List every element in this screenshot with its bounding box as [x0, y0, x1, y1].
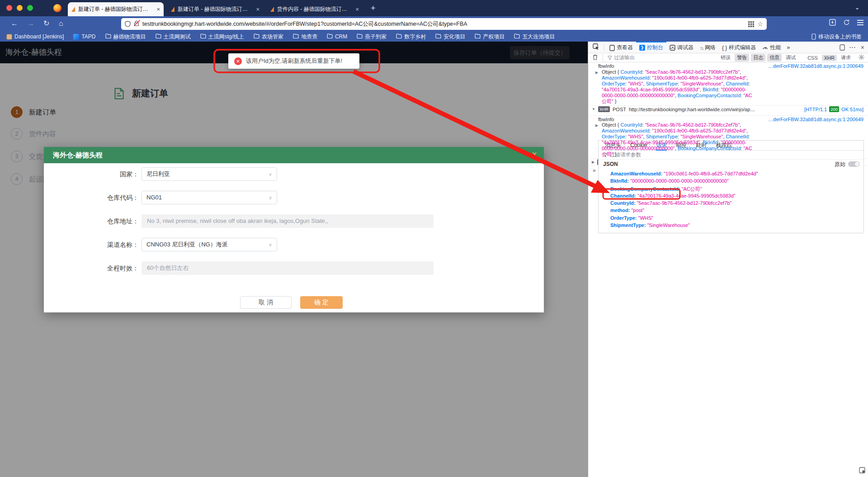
bookmark-item[interactable]: CRM [327, 33, 347, 40]
request-param-row[interactable]: ChannelId: "4a700176-49a3-4cae-9945-9990… [610, 193, 863, 200]
lock-disabled-icon[interactable] [134, 20, 139, 28]
tab-close-icon[interactable]: × [256, 6, 259, 13]
bookmark-item[interactable]: 赫德物流项目 [105, 33, 146, 41]
window-minimize-button[interactable] [17, 5, 23, 11]
folder-icon [327, 33, 333, 40]
devtools-tab-控制台[interactable]: ❯控制台 [636, 42, 666, 53]
raw-label: 原始 [835, 161, 845, 168]
log-source-link[interactable]: …derForFBW.32ab81d8.async.js:1:200649 [768, 63, 863, 69]
filter-chip-警告[interactable]: 警告 [735, 54, 749, 61]
bookmark-item[interactable]: 土流网测试 [156, 33, 191, 41]
shield-icon[interactable] [125, 21, 131, 27]
browser-tab[interactable]: 货件内容 - 赫德国际物流订舱系统× [267, 2, 363, 16]
window-close-button[interactable] [6, 5, 12, 11]
console-filter-placeholder[interactable]: 过滤输出 [614, 54, 635, 61]
request-param-row[interactable]: CountryId: "5eac7aac-9b76-4562-bd12-790b… [610, 200, 863, 208]
param-key: AmazonWarehouseId [610, 171, 660, 176]
bookmark-item[interactable]: 五大连池项目 [514, 33, 555, 41]
request-param-row[interactable]: BookingCompanyContactsId: "AC公司" [610, 186, 863, 193]
param-value: "00000000-0000-0000-0000-000000000000" [629, 178, 729, 184]
filter-chip-XHR[interactable]: XHR [822, 55, 837, 61]
tab-close-icon[interactable]: × [156, 6, 160, 13]
responsive-mode-icon[interactable] [840, 44, 845, 51]
forward-icon[interactable]: → [27, 19, 34, 28]
home-icon[interactable]: ⌂ [59, 19, 63, 28]
disabled-input: No 3, niwil premise, niwil close off oba… [142, 214, 434, 228]
filter-chip-信息[interactable]: 信息 [767, 54, 782, 61]
request-param-row[interactable]: method: "post" [610, 208, 863, 215]
filter-chip-请求[interactable]: 请求 [839, 54, 853, 61]
bookmark-item[interactable]: 安化项目 [435, 33, 465, 41]
bookmark-item[interactable]: 产权项目 [475, 33, 505, 41]
browser-tab[interactable]: 新建订单 - 赫德国际物流订舱系统× [167, 2, 263, 16]
console-settings-gear-icon[interactable] [856, 54, 868, 61]
request-param-row[interactable]: AmazonWarehouseId: "190c0d61-fe00-4fb9-a… [610, 171, 863, 178]
request-param-row-ordertype[interactable]: OrderType: "WHS" [610, 215, 863, 222]
bookmark-star-icon[interactable]: ☆ [757, 20, 763, 28]
bookmark-item[interactable]: 燕子到家 [357, 33, 387, 41]
browser-tab[interactable]: 新建订单 - 赫德国际物流订舱系统× [68, 2, 164, 16]
object-value: "190c0d61-fe00-4fb9-a625-7dd77dfd2e4d" [652, 128, 746, 133]
chevron-down-icon: ∨ [269, 238, 272, 251]
devtools-menu-icon[interactable]: ··· [849, 44, 856, 51]
form-row: 国家：尼日利亚∨ [44, 167, 544, 181]
window-zoom-button[interactable] [27, 5, 33, 11]
raw-toggle[interactable] [848, 161, 860, 167]
devtools-tab-查看器[interactable]: 查看器 [606, 42, 636, 53]
object-value: "WHS" [628, 81, 643, 86]
filter-chip-日志[interactable]: 日志 [751, 54, 765, 61]
modal-close-icon[interactable]: X [532, 151, 537, 158]
select-field[interactable]: 尼日利亚∨ [142, 167, 277, 181]
bookmark-item[interactable]: 地查查 [293, 33, 317, 41]
devtools-close-icon[interactable]: × [861, 44, 864, 51]
mobile-bookmarks-item[interactable]: 移动设备上的书签 [811, 33, 862, 41]
devtools-tab-调试器[interactable]: 调试器 [666, 42, 697, 53]
bookmark-item[interactable]: TAPD [73, 33, 95, 40]
clear-console-icon[interactable] [588, 54, 601, 61]
new-tab-button[interactable]: + [371, 4, 376, 13]
json-label[interactable]: JSON [603, 161, 618, 167]
bookmark-item[interactable]: Dashboard [Jenkins] [6, 33, 64, 40]
bookmarks-bar: Dashboard [Jenkins]TAPD赫德物流项目土流网测试土流网stg… [0, 32, 868, 42]
import-tab-icon[interactable] [829, 19, 836, 26]
bookmark-item[interactable]: 农场管家 [254, 33, 283, 41]
devtools-tab-网络[interactable]: ↑↓网络 [697, 42, 719, 53]
site-favicon-icon [270, 7, 274, 12]
field-label: 仓库代码： [71, 191, 139, 204]
console-prompt: » [593, 167, 596, 174]
url-text[interactable]: testtrunkbookingmgr.hart-worldwide.com/w… [142, 20, 745, 28]
select-field[interactable]: NG01∨ [142, 191, 277, 204]
object-preview[interactable]: ▶Object { CountryId: "5eac7aac-9b76-4562… [602, 69, 753, 104]
confirm-button[interactable]: 确 定 [300, 296, 343, 309]
request-param-row[interactable]: ShipmentType: "SingleWarehouse" [610, 222, 863, 230]
pick-element-icon[interactable] [588, 43, 602, 52]
expand-caret-icon[interactable]: ▶ [595, 70, 598, 76]
filter-chip-CSS[interactable]: CSS [805, 55, 820, 61]
reload-icon[interactable]: ↻ [43, 19, 49, 28]
devtools-tab-样式编辑器[interactable]: { }样式编辑器 [719, 42, 759, 53]
more-tools-chevron[interactable]: » [784, 44, 793, 51]
permissions-grid-icon[interactable] [748, 21, 754, 27]
sync-icon[interactable] [843, 19, 850, 26]
url-bar[interactable]: testtrunkbookingmgr.hart-worldwide.com/w… [121, 18, 767, 30]
xhr-status: [HTTP/1.1 200 OK 51ms] [804, 106, 863, 112]
cancel-button[interactable]: 取 消 [240, 296, 292, 309]
select-field[interactable]: CNNG03 尼日利亚（NG）海派∨ [142, 238, 277, 251]
tab-close-icon[interactable]: × [355, 6, 359, 13]
tab-overflow-chevron-icon[interactable]: ⌄ [854, 4, 860, 11]
bookmark-item[interactable]: 数字乡村 [396, 33, 426, 41]
filter-chip-错误[interactable]: 错误 [718, 54, 733, 61]
expand-caret-icon[interactable]: ▶ [592, 160, 594, 164]
xhr-log-row[interactable]: ▼ XHR POST http://testtrunkbookingmgr.ha… [588, 105, 868, 113]
log-source-link[interactable]: …derForFBW.32ab81d8.async.js:1:200649 [768, 117, 863, 122]
menu-icon[interactable] [857, 20, 863, 25]
expand-caret-icon[interactable]: ▶ [595, 123, 598, 128]
back-icon[interactable]: ← [11, 19, 18, 28]
collapse-caret-icon[interactable]: ▼ [592, 107, 595, 111]
bookmark-item[interactable]: 土流网stg/线上 [200, 33, 244, 41]
object-preview[interactable]: ▶Object { CountryId: "5eac7aac-9b76-4562… [602, 122, 753, 157]
request-param-row[interactable]: BkInfId: "00000000-0000-0000-0000-000000… [610, 178, 863, 185]
filter-chip-调试[interactable]: 调试 [783, 54, 798, 61]
split-console-icon[interactable] [859, 467, 865, 474]
devtools-tab-性能[interactable]: 性能 [759, 42, 784, 53]
